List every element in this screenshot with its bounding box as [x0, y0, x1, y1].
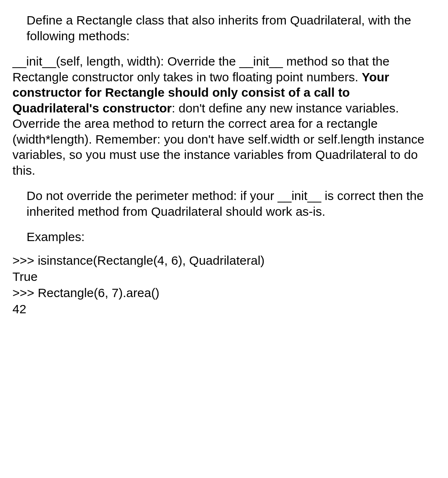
- code-line-1: >>> isinstance(Rectangle(4, 6), Quadrila…: [12, 252, 436, 268]
- code-line-4: 42: [12, 301, 436, 317]
- init-text-part2: : don't define any new instance variable…: [172, 101, 399, 115]
- intro-paragraph: Define a Rectangle class that also inher…: [12, 12, 436, 44]
- code-examples: >>> isinstance(Rectangle(4, 6), Quadrila…: [12, 252, 436, 317]
- code-line-3: >>> Rectangle(6, 7).area(): [12, 285, 436, 301]
- examples-label: Examples:: [12, 229, 436, 245]
- init-paragraph: __init__(self, length, width): Override …: [12, 54, 436, 178]
- code-line-2: True: [12, 268, 436, 285]
- perimeter-paragraph: Do not override the perimeter method: if…: [12, 188, 436, 219]
- area-override-text: Override the area method to return the c…: [12, 117, 424, 177]
- init-text-part1: __init__(self, length, width): Override …: [12, 54, 390, 84]
